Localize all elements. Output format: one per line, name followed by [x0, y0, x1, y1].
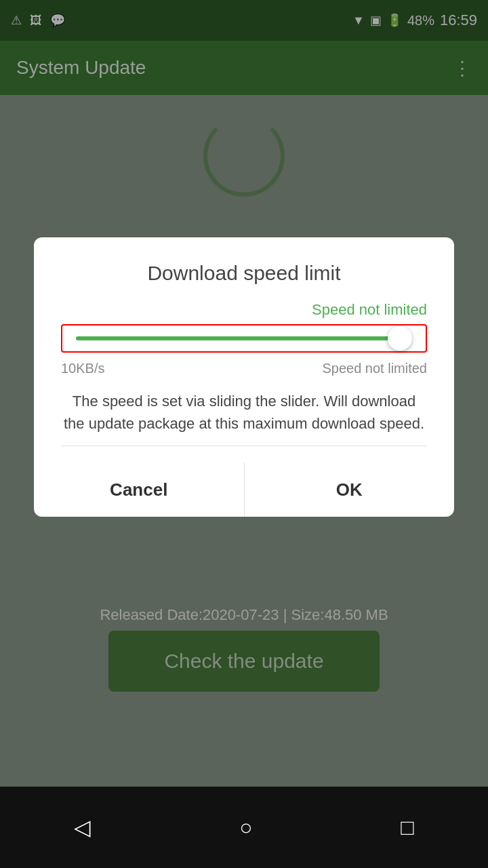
- speed-status-label: Speed not limited: [61, 301, 427, 319]
- back-button[interactable]: ◁: [63, 804, 102, 851]
- slider-range-labels: 10KB/s Speed not limited: [61, 361, 427, 376]
- slider-container[interactable]: [61, 324, 427, 353]
- download-speed-dialog: Download speed limit Speed not limited 1…: [34, 237, 454, 517]
- cancel-button[interactable]: Cancel: [34, 462, 244, 517]
- slider-thumb[interactable]: [388, 326, 412, 351]
- slider-min-label: 10KB/s: [61, 361, 104, 376]
- dialog-actions: Cancel OK: [34, 462, 454, 517]
- slider-track: [76, 336, 412, 340]
- bottom-nav: ◁ ○ □: [0, 787, 488, 868]
- home-button[interactable]: ○: [228, 804, 263, 851]
- dialog-description: The speed is set via sliding the slider.…: [61, 390, 427, 435]
- recents-button[interactable]: □: [390, 804, 424, 851]
- dialog-divider: [61, 446, 427, 446]
- dialog-title: Download speed limit: [61, 262, 427, 285]
- slider-max-label: Speed not limited: [322, 361, 427, 376]
- ok-button[interactable]: OK: [245, 462, 455, 517]
- dialog-body: Download speed limit Speed not limited 1…: [34, 237, 454, 462]
